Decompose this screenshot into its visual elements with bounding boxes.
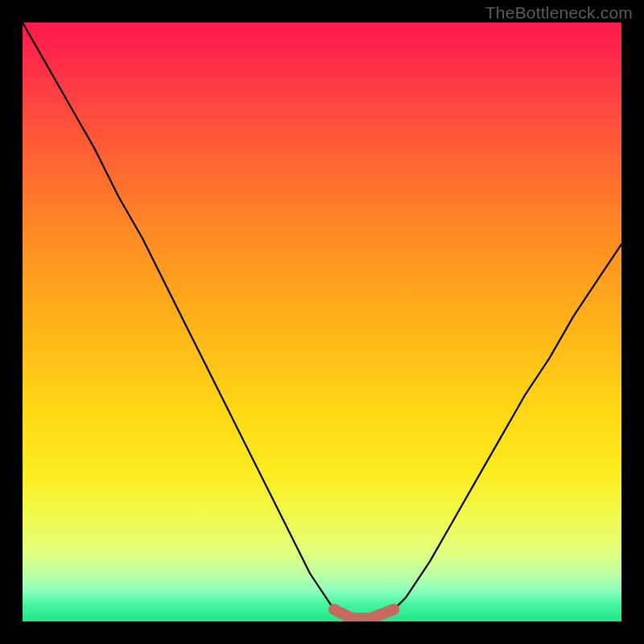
valley-highlight (334, 609, 394, 618)
bottleneck-curve (23, 23, 621, 621)
chart-frame: TheBottleneck.com (0, 0, 644, 644)
curve-line (23, 23, 621, 618)
plot-area (23, 23, 621, 621)
watermark-text: TheBottleneck.com (485, 3, 633, 23)
